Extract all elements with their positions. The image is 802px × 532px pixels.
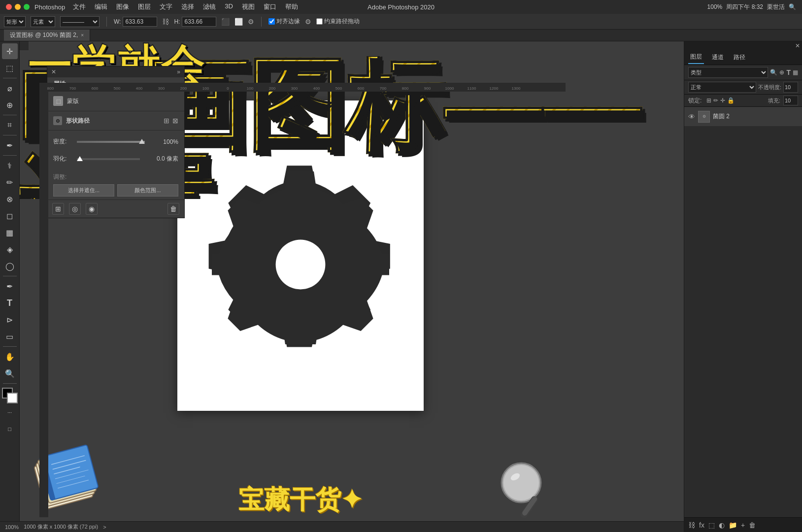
text-icon[interactable]: T	[786, 68, 791, 76]
background-color[interactable]	[7, 393, 18, 403]
maximize-button[interactable]	[24, 4, 30, 10]
quick-mask[interactable]: □	[2, 421, 18, 437]
new-fill-icon[interactable]: ◐	[719, 521, 725, 529]
link-icon[interactable]: ⛓	[162, 18, 169, 26]
eraser-tool[interactable]: ◻	[2, 208, 18, 224]
lasso-tool[interactable]: ⌀	[2, 80, 18, 96]
menu-help[interactable]: 帮助	[281, 1, 302, 12]
menu-file[interactable]: 文件	[69, 1, 90, 12]
feather-slider[interactable]	[77, 158, 140, 160]
panel-icon-grid[interactable]: ⊞	[52, 203, 64, 215]
panel-collapse-button[interactable]: »	[177, 68, 180, 75]
lock-all[interactable]: 🔒	[727, 97, 735, 104]
lock-checkerboard[interactable]: ⊞	[706, 97, 711, 104]
remove-mask-icon[interactable]: ⊠	[172, 117, 178, 125]
move-tool[interactable]: ✛	[2, 43, 18, 59]
shape-mode[interactable]: 元素	[31, 16, 55, 27]
tab-paths[interactable]: 路径	[732, 51, 747, 64]
add-mask-icon[interactable]: ⊞	[164, 117, 169, 125]
menu-view[interactable]: 视图	[238, 1, 259, 12]
dodge-tool[interactable]: ◯	[2, 258, 18, 274]
panel-icon-delete[interactable]: 🗑	[167, 203, 179, 215]
color-boxes[interactable]	[2, 388, 18, 403]
pen-tool[interactable]: ✒	[2, 278, 18, 294]
eyedropper-tool[interactable]: ✒	[2, 137, 18, 153]
layer-visibility[interactable]: 👁	[688, 113, 695, 121]
crop-tool[interactable]: ⌗	[2, 117, 18, 133]
right-panel-close[interactable]: ✕	[795, 42, 800, 49]
add-mask-btn[interactable]: ⬚	[708, 521, 715, 529]
app-name: Photoshop	[34, 3, 65, 11]
mask-icon[interactable]: ⬚	[53, 96, 63, 106]
layers-area[interactable]: 👁 ⚙ 菌圆 2	[684, 107, 802, 517]
menu-3d[interactable]: 3D	[221, 1, 237, 12]
marquee-tool[interactable]: ⬚	[2, 60, 18, 76]
lock-move[interactable]: ✛	[720, 97, 725, 104]
feather-thumb	[77, 156, 83, 161]
ruler-mark: 1300	[505, 86, 527, 91]
menu-window[interactable]: 窗口	[260, 1, 280, 12]
quick-select-tool[interactable]: ⊕	[2, 97, 18, 113]
menu-edit[interactable]: 编辑	[91, 1, 111, 12]
search-icon-right[interactable]: 🔍	[770, 69, 777, 76]
constrain-path-checkbox[interactable]: 约束路径拖动	[316, 17, 360, 26]
height-input[interactable]	[182, 17, 216, 27]
path-select-tool[interactable]: ⊳	[2, 312, 18, 328]
more-info-arrow[interactable]: >	[103, 524, 106, 530]
menu-filter[interactable]: 滤镜	[199, 1, 220, 12]
add-fx-icon[interactable]: fx	[699, 521, 704, 529]
fill-input[interactable]	[783, 96, 798, 105]
layer-item[interactable]: 👁 ⚙ 菌圆 2	[684, 107, 802, 127]
close-button[interactable]	[6, 4, 12, 10]
stroke-style[interactable]: ————	[60, 16, 100, 27]
heal-tool[interactable]: ⚕	[2, 158, 18, 173]
layer-thumbnail: ⚙	[698, 111, 710, 123]
select-filter-button[interactable]: 选择并遮住...	[53, 184, 114, 197]
text-tool[interactable]: T	[2, 295, 18, 311]
clone-tool[interactable]: ⊗	[2, 191, 18, 207]
gear-settings-icon[interactable]: ⚙	[305, 18, 311, 26]
panel-icon-visibility[interactable]: ◎	[69, 203, 81, 215]
hand-tool[interactable]: ✋	[2, 349, 18, 365]
shape-tool[interactable]: ▭	[2, 329, 18, 344]
feather-value: 0.0 像素	[144, 155, 178, 163]
adjust-icon[interactable]: ⊕	[779, 69, 784, 76]
menu-image[interactable]: 图像	[112, 1, 133, 12]
spacing3	[47, 165, 184, 170]
tab-close-button[interactable]: ×	[81, 33, 84, 38]
panel-close-button[interactable]: ✕	[51, 68, 56, 75]
menu-layer[interactable]: 图层	[134, 1, 155, 12]
menu-select[interactable]: 选择	[177, 1, 198, 12]
width-input[interactable]	[123, 17, 157, 27]
minimize-button[interactable]	[15, 4, 21, 10]
menu-text[interactable]: 文字	[156, 1, 176, 12]
tab-channels[interactable]: 通道	[710, 51, 726, 64]
link-layers-icon[interactable]: ⛓	[688, 521, 695, 529]
new-group-icon[interactable]: 📁	[729, 521, 737, 529]
search-type-select[interactable]: 类型	[688, 67, 768, 78]
blend-mode-select[interactable]: 正常	[688, 82, 756, 93]
shape-gear-icon[interactable]: ⚙	[53, 116, 62, 125]
tab-layers[interactable]: 图层	[688, 51, 704, 64]
new-layer-icon[interactable]: +	[741, 521, 745, 529]
gradient-tool[interactable]: ▦	[2, 225, 18, 240]
extra-tools[interactable]: ···	[2, 404, 18, 420]
lock-draw[interactable]: ✏	[713, 97, 718, 104]
density-slider[interactable]	[77, 141, 145, 143]
align-edges-checkbox[interactable]: 对齐边缘	[268, 17, 300, 26]
panel-icon-mask[interactable]: ◉	[86, 203, 98, 215]
canvas-area[interactable]: 800 700 600 500 400 300 200 100 0 100 20…	[20, 41, 684, 532]
tool-preset-picker[interactable]: 矩形	[4, 16, 26, 27]
filter-icon[interactable]: ▦	[793, 69, 798, 76]
blur-tool[interactable]: ◈	[2, 241, 18, 257]
delete-layer-icon[interactable]: 🗑	[749, 521, 756, 529]
document-tab[interactable]: 设置图标 @ 100% 菌圆 2, ×	[4, 30, 90, 41]
color-range-button[interactable]: 颜色范围...	[117, 184, 178, 197]
tool-separator-1	[3, 78, 17, 78]
opacity-input[interactable]	[783, 82, 798, 93]
brush-tool[interactable]: ✏	[2, 174, 18, 190]
search-icon[interactable]: 🔍	[789, 3, 796, 10]
svg-point-0	[276, 240, 326, 290]
zoom-tool[interactable]: 🔍	[2, 366, 18, 381]
shape-path-section: ⚙ 形状路径 ⊞ ⊠	[47, 111, 184, 131]
